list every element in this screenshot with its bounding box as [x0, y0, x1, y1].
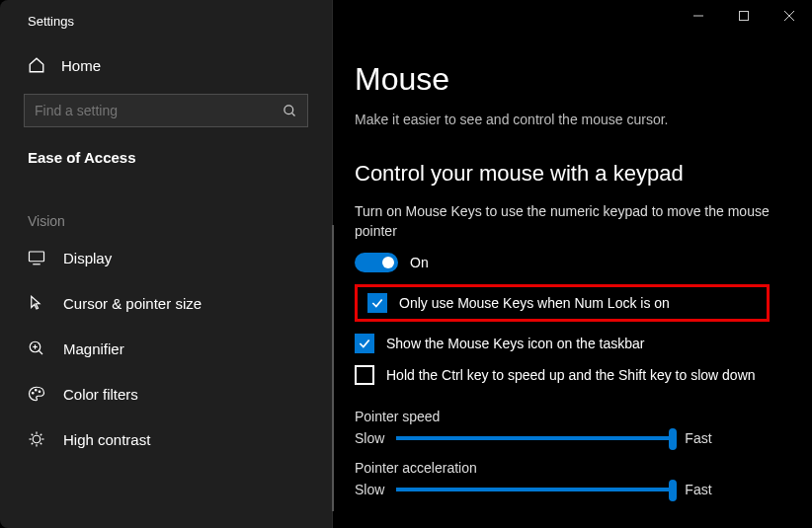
sidebar-item-label: Color filters: [63, 386, 138, 403]
mousekeys-description: Turn on Mouse Keys to use the numeric ke…: [355, 202, 802, 241]
checkbox-ctrl-shift[interactable]: [355, 365, 374, 385]
svg-line-1: [291, 113, 294, 115]
svg-point-9: [36, 390, 38, 392]
page-subtitle: Make it easier to see and control the mo…: [355, 112, 802, 127]
app-title: Settings: [0, 0, 332, 29]
sidebar-item-label: High contrast: [63, 431, 150, 448]
display-icon: [28, 249, 45, 266]
checkbox-ctrl-shift-label: Hold the Ctrl key to speed up and the Sh…: [386, 367, 756, 383]
checkbox-numlock-label: Only use Mouse Keys when Num Lock is on: [399, 295, 670, 311]
svg-line-18: [32, 443, 34, 445]
current-section: Ease of Access: [0, 127, 332, 166]
sidebar-item-display[interactable]: Display: [0, 235, 332, 280]
slider-slow-label: Slow: [355, 430, 384, 446]
svg-point-8: [33, 393, 35, 395]
home-icon: [28, 56, 45, 74]
svg-rect-2: [30, 252, 44, 262]
checkbox-numlock[interactable]: [367, 293, 387, 313]
mousekeys-toggle[interactable]: [355, 253, 398, 272]
svg-line-16: [32, 434, 34, 436]
magnifier-icon: [28, 339, 45, 357]
page-title: Mouse: [355, 61, 802, 98]
slider-fast-label: Fast: [685, 430, 711, 446]
main-panel: Mouse Make it easier to see and control …: [332, 0, 812, 528]
svg-line-5: [39, 350, 42, 354]
cursor-icon: [28, 294, 45, 312]
sidebar-item-label: Magnifier: [63, 340, 124, 357]
sidebar-item-color-filters[interactable]: Color filters: [0, 371, 332, 416]
svg-point-11: [33, 435, 41, 443]
pointer-speed-slider[interactable]: [396, 436, 673, 440]
sidebar-item-label: Cursor & pointer size: [63, 295, 202, 312]
toggle-state-label: On: [410, 255, 429, 270]
pointer-accel-label: Pointer acceleration: [355, 460, 802, 476]
home-nav[interactable]: Home: [0, 56, 332, 74]
pointer-accel-slider[interactable]: [396, 488, 673, 491]
svg-line-17: [41, 443, 42, 445]
checkbox-taskbar[interactable]: [355, 334, 374, 353]
checkbox-numlock-highlight: Only use Mouse Keys when Num Lock is on: [355, 284, 770, 322]
sidebar-item-cursor[interactable]: Cursor & pointer size: [0, 280, 332, 326]
section-label-vision: Vision: [0, 166, 332, 235]
contrast-icon: [28, 430, 45, 448]
sidebar-item-magnifier[interactable]: Magnifier: [0, 326, 332, 371]
search-input[interactable]: [35, 103, 283, 118]
scroll-indicator[interactable]: [332, 225, 334, 511]
checkbox-taskbar-label: Show the Mouse Keys icon on the taskbar: [386, 336, 644, 351]
sidebar: Settings Home Ease of Access Vision Disp…: [0, 0, 332, 528]
search-box[interactable]: [24, 94, 308, 127]
pointer-speed-label: Pointer speed: [355, 409, 802, 424]
slider-fast-label: Fast: [685, 482, 711, 497]
section-heading: Control your mouse with a keypad: [355, 161, 802, 187]
home-label: Home: [61, 57, 101, 74]
svg-point-0: [284, 105, 293, 113]
svg-point-10: [39, 391, 41, 393]
slider-slow-label: Slow: [355, 482, 384, 497]
sidebar-item-high-contrast[interactable]: High contrast: [0, 416, 332, 462]
svg-line-19: [41, 434, 42, 436]
search-icon: [283, 104, 297, 118]
sidebar-item-label: Display: [63, 250, 112, 266]
palette-icon: [28, 385, 45, 403]
